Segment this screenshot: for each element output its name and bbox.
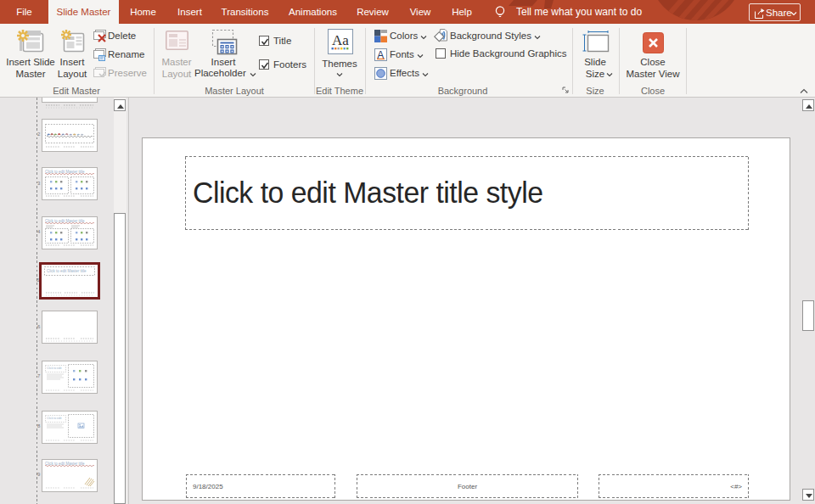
svg-text:Click to edit: Click to edit	[47, 417, 62, 420]
svg-text:Click to edit: Click to edit	[47, 367, 62, 370]
svg-text:Click to edit Master title: Click to edit Master title	[45, 219, 85, 223]
svg-text:Click to edit Master title: Click to edit Master title	[45, 170, 85, 174]
svg-text:Click to edit Master title: Click to edit Master title	[47, 269, 87, 273]
svg-text:Aa: Aa	[332, 32, 349, 48]
svg-text:Click to edit Master title: Click to edit Master title	[45, 462, 85, 466]
